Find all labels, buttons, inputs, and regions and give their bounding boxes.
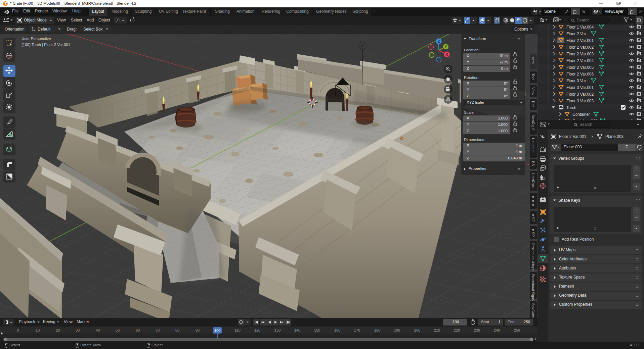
svg-text:Floor 2 Var.002: Floor 2 Var.002	[566, 45, 594, 50]
svg-text:Floor 3 Var.001: Floor 3 Var.001	[566, 85, 594, 90]
svg-text:20: 20	[56, 328, 60, 332]
svg-text:120: 120	[254, 328, 260, 332]
svg-text:110: 110	[234, 328, 241, 332]
svg-text:140: 140	[294, 328, 300, 332]
svg-text:150: 150	[314, 328, 320, 332]
svg-text:190: 190	[394, 328, 400, 332]
svg-text:50: 50	[116, 328, 120, 332]
svg-text:200: 200	[414, 328, 420, 332]
svg-text:Floor 2 Var: Floor 2 Var	[566, 32, 586, 36]
svg-text:40: 40	[96, 328, 100, 332]
svg-text:130: 130	[274, 328, 281, 332]
svg-text:60: 60	[136, 328, 140, 332]
svg-text:Z: Z	[438, 39, 440, 43]
svg-text:Floor 1 Var.004: Floor 1 Var.004	[566, 25, 594, 30]
svg-text:250: 250	[514, 328, 520, 332]
svg-text:240: 240	[494, 328, 500, 332]
svg-text:X: X	[445, 52, 448, 56]
svg-text:170: 170	[354, 328, 360, 332]
svg-text:160: 160	[334, 328, 340, 332]
svg-text:Floor 3 Var: Floor 3 Var	[566, 79, 586, 83]
svg-text:10: 10	[36, 328, 40, 332]
svg-text:220: 220	[454, 328, 460, 332]
svg-text:Floor 3 Var.003: Floor 3 Var.003	[566, 99, 594, 103]
svg-text:Torch: Torch	[566, 105, 576, 110]
svg-text:Container: Container	[572, 112, 590, 117]
svg-text:180: 180	[374, 328, 380, 332]
svg-text:Floor 2 Var.003: Floor 2 Var.003	[566, 52, 594, 56]
svg-text:230: 230	[474, 328, 480, 332]
svg-text:Floor 2 Var.004: Floor 2 Var.004	[566, 58, 594, 63]
svg-text:100: 100	[214, 329, 220, 333]
svg-text:80: 80	[175, 328, 179, 332]
svg-text:Floor 2 Var.006: Floor 2 Var.006	[566, 72, 594, 77]
svg-text:70: 70	[156, 328, 160, 332]
svg-text:90: 90	[196, 328, 200, 332]
svg-text:30: 30	[76, 328, 80, 332]
svg-text:210: 210	[434, 328, 440, 332]
svg-text:Floor 3 Var.002: Floor 3 Var.002	[566, 92, 594, 97]
svg-text:Y: Y	[444, 45, 447, 49]
svg-text:0: 0	[17, 328, 19, 332]
svg-text:Floor 2 Var.001: Floor 2 Var.001	[566, 38, 594, 43]
svg-text:Floor 2 Var.005: Floor 2 Var.005	[566, 65, 594, 70]
